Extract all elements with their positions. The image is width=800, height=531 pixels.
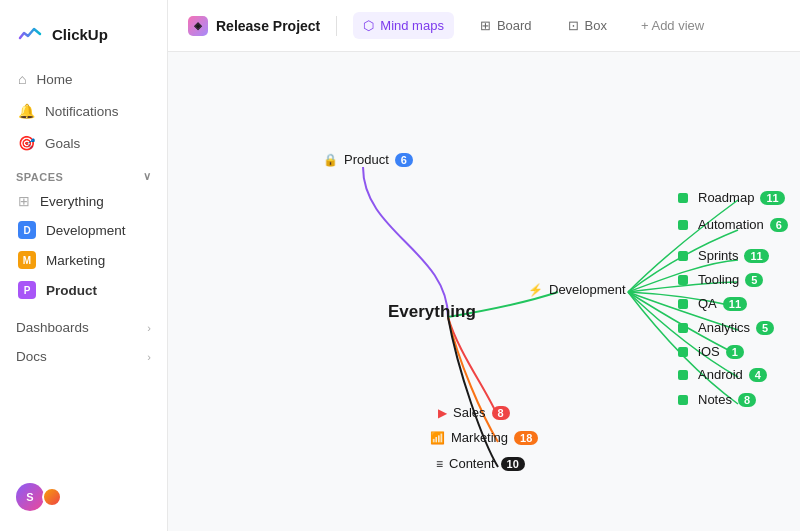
sidebar-item-marketing[interactable]: M Marketing [8,245,159,275]
logo: ClickUp [0,12,167,64]
dashboards-chevron-icon: › [147,322,151,334]
sidebar-item-everything-label: Everything [40,194,104,209]
sidebar-item-goals-label: Goals [45,136,80,151]
spaces-section-header: Spaces ∨ [0,158,167,187]
sidebar-item-docs[interactable]: Docs › [0,342,167,371]
sidebar-item-product-label: Product [46,283,97,298]
goals-icon: 🎯 [18,135,35,151]
marketing-dot: M [18,251,36,269]
tab-mindmaps[interactable]: ⬡ Mind maps [353,12,454,39]
sidebar-item-docs-label: Docs [16,349,47,364]
sidebar: ClickUp ⌂ Home 🔔 Notifications 🎯 Goals S… [0,0,168,531]
sidebar-item-notifications[interactable]: 🔔 Notifications [8,96,159,126]
sidebar-footer: S [0,475,167,519]
topbar-divider [336,16,337,36]
add-view-label: + Add view [641,18,704,33]
tab-mindmaps-label: Mind maps [380,18,444,33]
sidebar-item-goals[interactable]: 🎯 Goals [8,128,159,158]
sidebar-item-notifications-label: Notifications [45,104,119,119]
sidebar-item-marketing-label: Marketing [46,253,105,268]
project-title: ◈ Release Project [188,16,320,36]
box-tab-icon: ⊡ [568,18,579,33]
svg-rect-1 [168,52,800,531]
tab-board[interactable]: ⊞ Board [470,12,542,39]
bell-icon: 🔔 [18,103,35,119]
mindmap-canvas: Everything 🔒 Product 6 ⚡ Development ▶ S… [168,52,800,531]
tab-board-label: Board [497,18,532,33]
avatar-primary[interactable]: S [16,483,44,511]
mindmap-svg [168,52,800,531]
sidebar-nav: ⌂ Home 🔔 Notifications 🎯 Goals [0,64,167,158]
sidebar-sections: Dashboards › Docs › [0,313,167,371]
home-icon: ⌂ [18,71,26,87]
tab-box[interactable]: ⊡ Box [558,12,617,39]
grid-icon: ⊞ [18,193,30,209]
sidebar-item-dashboards-label: Dashboards [16,320,89,335]
sidebar-item-everything[interactable]: ⊞ Everything [8,187,159,215]
sidebar-item-development[interactable]: D Development [8,215,159,245]
sidebar-item-dashboards[interactable]: Dashboards › [0,313,167,342]
spaces-chevron-icon: ∨ [143,170,152,183]
logo-text: ClickUp [52,26,108,43]
sidebar-item-home-label: Home [36,72,72,87]
tab-box-label: Box [585,18,607,33]
project-icon: ◈ [188,16,208,36]
sidebar-item-home[interactable]: ⌂ Home [8,64,159,94]
sidebar-item-development-label: Development [46,223,126,238]
docs-chevron-icon: › [147,351,151,363]
topbar: ◈ Release Project ⬡ Mind maps ⊞ Board ⊡ … [168,0,800,52]
main-content: ◈ Release Project ⬡ Mind maps ⊞ Board ⊡ … [168,0,800,531]
spaces-label: Spaces [16,171,63,183]
avatar-secondary [42,487,62,507]
project-title-text: Release Project [216,18,320,34]
clickup-logo-icon [16,20,44,48]
sidebar-item-product[interactable]: P Product [8,275,159,305]
product-dot: P [18,281,36,299]
board-tab-icon: ⊞ [480,18,491,33]
mindmaps-tab-icon: ⬡ [363,18,374,33]
development-dot: D [18,221,36,239]
add-view-button[interactable]: + Add view [633,14,712,37]
